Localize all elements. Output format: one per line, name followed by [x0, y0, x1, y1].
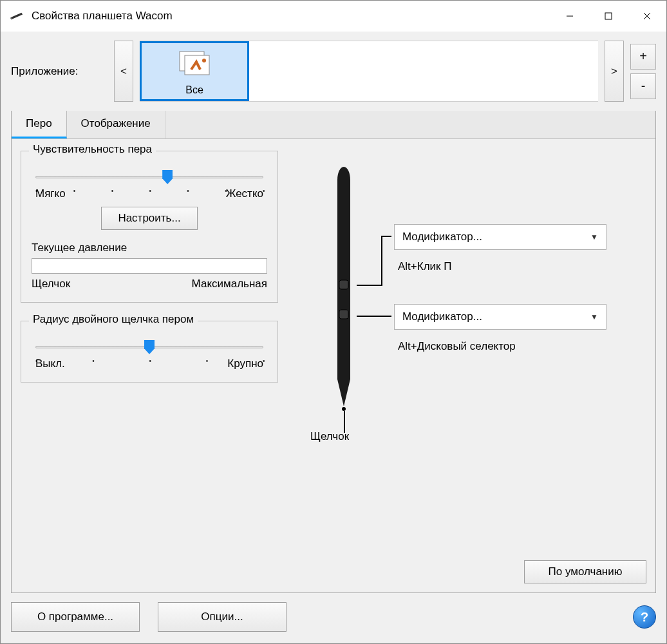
current-pressure-label: Текущее давление [32, 242, 267, 254]
about-button[interactable]: О программе... [11, 602, 140, 632]
svg-rect-9 [339, 280, 348, 289]
pressure-click-label: Щелчок [32, 278, 70, 290]
pen-button2-line [357, 316, 391, 317]
pen-button2-dropdown[interactable]: Модификатор... ▼ [394, 304, 606, 330]
pressure-max-label: Максимальная [192, 278, 267, 290]
settings-panel: Перо Отображение Чувствительность пера [11, 111, 656, 593]
panel-body: Чувствительность пера Мягко Жестко [21, 139, 646, 554]
application-tile-label: Все [185, 84, 203, 96]
double-click-slider-wrap: Выкл. Крупно [32, 330, 267, 370]
app-add-remove: + - [630, 44, 656, 99]
left-column: Чувствительность пера Мягко Жестко [21, 151, 278, 554]
app-add-button[interactable]: + [630, 44, 656, 70]
svg-marker-0 [11, 13, 23, 19]
customize-button[interactable]: Настроить... [101, 207, 198, 230]
double-click-off-label: Выкл. [35, 357, 65, 370]
pen-button1-mode: Модификатор... [402, 231, 482, 243]
pen-icon [334, 167, 354, 412]
default-button[interactable]: По умолчанию [524, 560, 646, 583]
window-title: Свойства планшета Wacom [32, 10, 173, 23]
chevron-down-icon: ▼ [590, 232, 598, 242]
content: Приложение: < Все > + [1, 32, 666, 643]
window: Свойства планшета Wacom Приложение: < [0, 0, 667, 644]
tip-feel-legend: Чувствительность пера [29, 143, 156, 156]
tip-feel-thumb[interactable] [162, 170, 173, 184]
footer: О программе... Опции... ? [11, 602, 656, 632]
titlebar: Свойства планшета Wacom [1, 1, 666, 32]
tip-feel-slider[interactable] [35, 176, 263, 178]
tip-feel-soft-label: Мягко [35, 187, 66, 200]
pen-tip-line [344, 411, 345, 433]
svg-point-8 [202, 59, 206, 62]
double-click-legend: Радиус двойного щелчка пером [29, 313, 198, 326]
right-column: Щелчок Модификатор... ▼ Alt+Клик П Модиф… [291, 151, 646, 554]
tip-feel-group: Чувствительность пера Мягко Жестко [21, 151, 278, 303]
current-pressure-bar [32, 258, 267, 274]
tip-feel-slider-wrap: Мягко Жестко Настроить... [32, 160, 267, 230]
application-row: Приложение: < Все > + [11, 41, 656, 102]
apps-all-icon [176, 49, 213, 83]
tip-feel-firm-label: Жестко [226, 187, 263, 200]
double-click-group: Радиус двойного щелчка пером Выкл. Крупн… [21, 321, 278, 383]
options-button[interactable]: Опции... [158, 602, 287, 632]
chevron-down-icon: ▼ [590, 312, 598, 321]
maximize-button[interactable] [589, 1, 628, 32]
pen-button2-mode: Модификатор... [402, 310, 482, 323]
pen-diagram: Щелчок Модификатор... ▼ Alt+Клик П Модиф… [291, 151, 646, 554]
pen-button1-line [357, 285, 382, 286]
close-button[interactable] [628, 1, 666, 32]
application-tile-all[interactable]: Все [140, 41, 249, 101]
tablet-icon [10, 10, 24, 22]
tab-mapping[interactable]: Отображение [67, 111, 165, 138]
current-pressure-range: Щелчок Максимальная [32, 278, 267, 290]
application-label: Приложение: [11, 65, 108, 78]
app-scroll-next-button[interactable]: > [605, 41, 624, 102]
pen-tip-label: Щелчок [310, 430, 349, 443]
minimize-button[interactable] [550, 1, 589, 32]
svg-rect-10 [339, 310, 348, 319]
application-strip: Все [140, 41, 598, 102]
tab-pen[interactable]: Перо [12, 111, 67, 138]
tabs: Перо Отображение [12, 111, 655, 139]
double-click-thumb[interactable] [144, 340, 155, 354]
default-row: По умолчанию [21, 560, 646, 583]
pen-button2-value: Alt+Дисковый селектор [398, 340, 516, 353]
app-scroll-prev-button[interactable]: < [114, 41, 133, 102]
double-click-slider[interactable] [35, 346, 263, 348]
double-click-large-label: Крупно [227, 357, 263, 370]
app-remove-button[interactable]: - [630, 73, 656, 99]
svg-rect-3 [605, 13, 612, 19]
help-button[interactable]: ? [633, 605, 656, 629]
pen-button1-dropdown[interactable]: Модификатор... ▼ [394, 224, 606, 250]
pen-button1-value: Alt+Клик П [398, 260, 451, 273]
